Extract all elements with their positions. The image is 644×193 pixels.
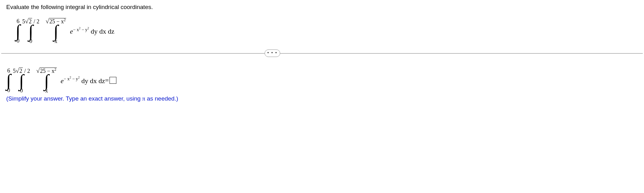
equals-sign: = (105, 76, 109, 84)
integrand: e− x2 − y2 dy dx dz (70, 26, 114, 35)
inner-integral-ans: √25 − x2 ∫ x (36, 68, 57, 93)
section-divider: • • • (1, 53, 643, 54)
answer-integral: 6 ∫ 0 5√2 / 2 ∫ 0 √25 − x2 ∫ x e− x2 − y… (6, 66, 644, 93)
outer-integral: 6 ∫ 0 (16, 18, 20, 44)
middle-integral-ans: 5√2 / 2 ∫ 0 (13, 68, 30, 93)
given-integral: 6 ∫ 0 5√2 / 2 ∫ 0 √25 − x2 ∫ x e− x2 − y… (0, 11, 644, 51)
inner-integral: √25 − x2 ∫ x (46, 18, 66, 44)
middle-integral: 5√2 / 2 ∫ 0 (22, 18, 39, 44)
outer-integral-ans: 6 ∫ 0 (6, 68, 11, 93)
integrand-ans: e− x2 − y2 dy dx dz (61, 76, 105, 85)
question-prompt: Evaluate the following integral in cylin… (0, 0, 644, 11)
answer-input[interactable] (110, 77, 116, 84)
answer-hint: (Simplify your answer. Type an exact ans… (0, 93, 644, 102)
expand-button[interactable]: • • • (265, 49, 280, 57)
